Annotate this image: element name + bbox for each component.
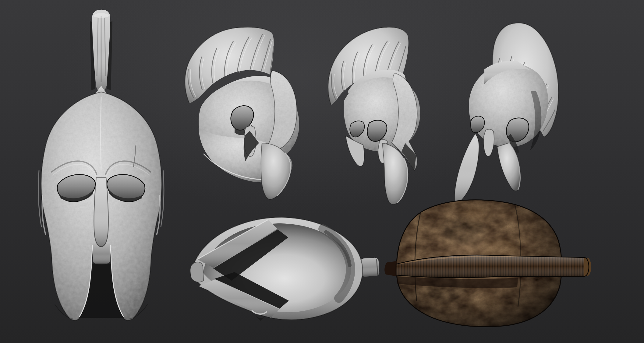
- crest-support-blade: [90, 10, 112, 101]
- helmet-three-quarter-b-render: [455, 23, 558, 204]
- bar-left-nub: [384, 261, 397, 276]
- helmet-front-view-render: [38, 10, 164, 320]
- nose-guard-front: [94, 178, 108, 247]
- nose-guard-shading: [94, 178, 108, 247]
- sculpt-canvas[interactable]: [0, 0, 644, 343]
- nose-tip-nub: [190, 262, 203, 282]
- helmet-top-interior-render: [190, 217, 380, 321]
- nose-guard: [483, 129, 494, 156]
- handle-neck-guard: [360, 257, 380, 277]
- helmet-top-bronze-render: [384, 200, 591, 327]
- helmet-three-quarter-a-render: [328, 27, 420, 204]
- render-collage: [0, 0, 644, 343]
- helmet-side-view-render: [185, 27, 299, 199]
